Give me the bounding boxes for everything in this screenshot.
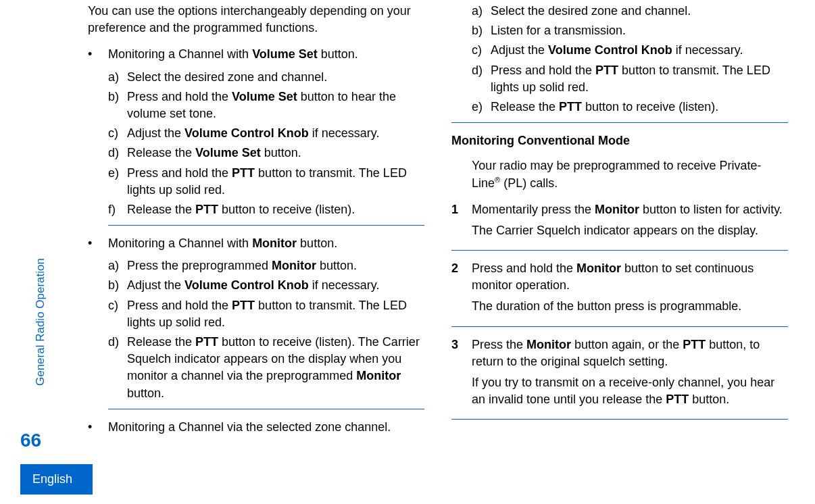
step-d: Release the PTT button to receive (liste… xyxy=(127,334,424,402)
step-c: Press and hold the PTT button to transmi… xyxy=(127,297,424,331)
step-b: Listen for a transmission. xyxy=(491,22,788,39)
divider xyxy=(108,225,424,226)
step-a: Select the desired zone and channel. xyxy=(127,69,424,86)
subheading-conventional: Monitoring Conventional Mode xyxy=(451,132,788,149)
bullet-text: Monitoring a Channel with Monitor button… xyxy=(108,235,424,252)
body-paragraph: Your radio may be preprogrammed to recei… xyxy=(472,157,788,191)
bullet-monitor: • Monitoring a Channel with Monitor butt… xyxy=(88,235,424,402)
step-c: Adjust the Volume Control Knob if necess… xyxy=(127,125,424,142)
intro-paragraph: You can use the options interchangeably … xyxy=(88,3,424,36)
content-area: You can use the options interchangeably … xyxy=(51,0,815,504)
bullet-zone-channel: • Monitoring a Channel via the selected … xyxy=(88,419,424,436)
left-column: You can use the options interchangeably … xyxy=(88,3,424,504)
step-c: Adjust the Volume Control Knob if necess… xyxy=(491,42,788,59)
bullet-volume-set: • Monitoring a Channel with Volume Set b… xyxy=(88,46,424,218)
step-3: 3 Press the Monitor button again, or the… xyxy=(451,336,788,413)
left-margin: General Radio Operation 66 English xyxy=(0,0,51,504)
divider xyxy=(451,122,788,123)
step-b: Press and hold the Volume Set button to … xyxy=(127,89,424,122)
step-e: Press and hold the PTT button to transmi… xyxy=(127,165,424,199)
step-e: Release the PTT button to receive (liste… xyxy=(491,99,788,116)
right-column: a)Select the desired zone and channel. b… xyxy=(451,3,788,504)
divider xyxy=(108,409,424,409)
bullet-mark: • xyxy=(88,235,108,252)
divider xyxy=(451,419,788,420)
divider xyxy=(451,326,788,327)
bullet-mark: • xyxy=(88,46,108,63)
page-number: 66 xyxy=(20,427,41,453)
bullet-text: Monitoring a Channel via the selected zo… xyxy=(108,419,424,436)
step-f: Release the PTT button to receive (liste… xyxy=(127,201,424,218)
step-a: Select the desired zone and channel. xyxy=(491,3,788,20)
bullet-mark: • xyxy=(88,419,108,436)
step-a: Press the preprogrammed Monitor button. xyxy=(127,257,424,274)
section-label: General Radio Operation xyxy=(32,258,49,386)
language-tab: English xyxy=(20,464,93,495)
step-b: Adjust the Volume Control Knob if necess… xyxy=(127,277,424,294)
bullet-text: Monitoring a Channel with Volume Set but… xyxy=(108,46,424,63)
step-d: Press and hold the PTT button to transmi… xyxy=(491,62,788,96)
step-2: 2 Press and hold the Monitor button to s… xyxy=(451,260,788,320)
step-d: Release the Volume Set button. xyxy=(127,145,424,161)
step-1: 1 Momentarily press the Monitor button t… xyxy=(451,201,788,243)
divider xyxy=(451,250,788,251)
